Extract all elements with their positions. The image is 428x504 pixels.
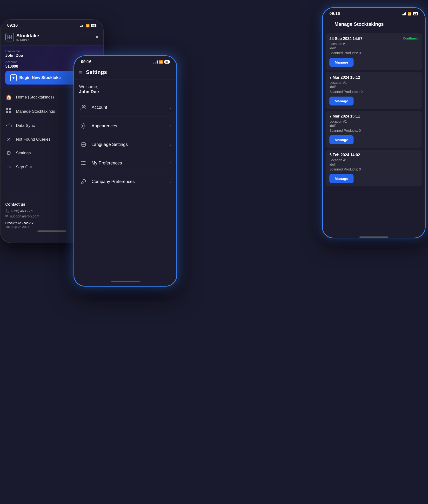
right-status-icons: 📶 32: [402, 12, 418, 16]
settings-hamburger-icon[interactable]: ≡: [79, 69, 82, 75]
card-status-1: Confirmed: [403, 37, 419, 40]
center-status-icons: 📶 81: [154, 60, 170, 64]
settings-item-myprefs[interactable]: My Preferences ›: [79, 154, 172, 172]
nav-label-settings: Settings: [16, 151, 31, 156]
card-location-1: Location #1: [329, 42, 418, 46]
svg-rect-0: [8, 35, 9, 37]
manage-button-4[interactable]: Manage: [329, 174, 354, 183]
center-phone: 09:16 📶 81 ≡ Settings Welcome, John Doe: [74, 55, 177, 287]
wifi-icon: 📶: [86, 24, 90, 27]
appearances-icon: [79, 122, 88, 130]
sidebar-header: Stocktake by ERPLY ×: [0, 30, 103, 46]
welcome-greeting: Welcome,: [79, 84, 98, 89]
center-battery-badge: 81: [164, 60, 170, 64]
manage-button-2[interactable]: Manage: [329, 96, 354, 105]
settings-title: Settings: [86, 69, 107, 75]
manage-button-3[interactable]: Manage: [329, 135, 354, 144]
svg-point-9: [84, 105, 85, 107]
center-signal-icon: [154, 60, 158, 64]
card-name-4: ldolf: [329, 162, 418, 166]
card-date-2: 7 Mar 2024 15:12: [329, 75, 418, 80]
card-location-3: Location #1: [329, 120, 418, 123]
account-arrow: ›: [170, 105, 172, 110]
logo-icon: [5, 33, 14, 41]
center-home-indicator: [111, 281, 140, 282]
right-phone: 09:16 📶 32 ≡ Manage Stocktakings Confirm…: [322, 7, 426, 238]
myprefs-icon: [79, 159, 88, 167]
svg-rect-4: [6, 108, 8, 110]
svg-rect-2: [8, 37, 9, 39]
card-name-3: ldolf: [329, 124, 418, 128]
card-scanned-1: Scanned Products: 0: [329, 51, 418, 55]
sidebar-logo: Stocktake by ERPLY: [5, 33, 39, 41]
svg-rect-5: [9, 108, 11, 110]
center-time: 09:16: [81, 59, 91, 64]
card-scanned-3: Scanned Products: 0: [329, 128, 418, 132]
settings-item-language[interactable]: Language Settings ›: [79, 135, 172, 154]
left-time: 09:16: [7, 23, 18, 28]
appearances-label: Appearences: [91, 124, 166, 128]
welcome-name: John Doe: [79, 89, 99, 94]
settings-welcome: Welcome, John Doe: [74, 80, 176, 98]
card-location-4: Location #1: [329, 158, 418, 162]
card-name-2: ldolf: [329, 85, 418, 89]
stocktaking-card-1: Confirmed 24 Sep 2024 14:57 Location #1 …: [326, 33, 422, 70]
manage-title: Manage Stocktakings: [335, 21, 420, 27]
right-wifi-icon: 📶: [408, 12, 411, 16]
home-icon: 🏠: [5, 94, 12, 100]
right-status-bar: 09:16 📶 32: [323, 8, 425, 18]
settings-header: ≡ Settings: [74, 66, 176, 80]
right-home-indicator: [359, 236, 388, 238]
settings-icon: ⚙: [5, 150, 12, 156]
language-arrow: ›: [170, 142, 172, 147]
phone-number: (855) 463-7759: [11, 209, 34, 213]
language-icon: [79, 140, 88, 149]
email-address: support@erply.com: [10, 214, 39, 218]
stocktaking-list: Confirmed 24 Sep 2024 14:57 Location #1 …: [323, 31, 425, 234]
logo-text: Stocktake by ERPLY: [16, 33, 39, 41]
battery-badge: 82: [91, 24, 96, 27]
settings-item-appearances[interactable]: Appearences ›: [79, 117, 172, 135]
account-icon: [79, 103, 88, 112]
nav-label-signout: Sign Out: [16, 165, 32, 169]
svg-rect-6: [6, 111, 8, 113]
right-time: 09:16: [329, 11, 340, 16]
myprefs-label: My Preferences: [91, 161, 166, 166]
svg-rect-1: [10, 35, 12, 37]
manage-header: ≡ Manage Stocktakings: [323, 18, 425, 31]
x-icon: ✕: [5, 136, 12, 142]
right-signal-icon: [402, 12, 406, 16]
app-subtitle: by ERPLY: [16, 39, 39, 41]
close-button[interactable]: ×: [95, 34, 98, 40]
appearances-arrow: ›: [170, 124, 172, 128]
username-label: Username: [5, 49, 98, 53]
plus-icon: +: [10, 74, 17, 81]
card-date-4: 5 Feb 2024 14:02: [329, 153, 418, 157]
svg-point-8: [82, 105, 83, 107]
begin-button-label: Begin New Stocktake: [19, 75, 61, 80]
svg-point-10: [82, 125, 84, 127]
app-name: Stocktake: [16, 33, 39, 39]
cloud-icon: [5, 123, 12, 129]
companyprefs-arrow: ›: [170, 179, 172, 184]
home-indicator: [37, 231, 66, 232]
stocktaking-card-4: 5 Feb 2024 14:02 Location #1 ldolf Scann…: [326, 150, 422, 186]
settings-item-companyprefs[interactable]: Company Preferences ›: [79, 172, 172, 191]
manage-button-1[interactable]: Manage: [329, 58, 354, 67]
card-location-2: Location #1: [329, 81, 418, 85]
settings-item-account[interactable]: Account ›: [79, 98, 172, 117]
myprefs-arrow: ›: [170, 161, 172, 166]
email-icon: ✉: [5, 214, 8, 218]
signout-icon: ↪: [5, 164, 12, 170]
left-status-bar: 09:16 📶 82: [0, 20, 103, 30]
hamburger-icon[interactable]: ≡: [328, 21, 331, 27]
card-scanned-4: Scanned Products: 0: [329, 167, 418, 171]
svg-rect-3: [10, 37, 12, 39]
companyprefs-label: Company Preferences: [91, 179, 166, 184]
nav-label-notfound: Not Found Queries: [16, 137, 51, 142]
center-wifi-icon: 📶: [159, 60, 163, 64]
settings-menu: Account › Appearences › Language Set: [74, 98, 176, 191]
signal-icon: [80, 24, 84, 27]
nav-label-manage: Manage Stocktakings: [16, 109, 55, 114]
grid-icon: [5, 108, 12, 115]
